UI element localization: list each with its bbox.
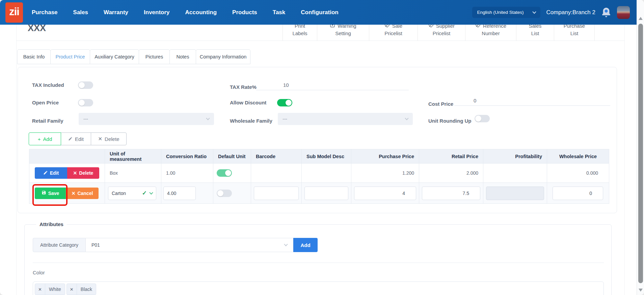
- row-edit-button[interactable]: Edit: [35, 167, 67, 179]
- scrollbar-thumb[interactable]: [638, 24, 643, 283]
- unit-select-value: Carton: [112, 191, 126, 196]
- tax-included-toggle[interactable]: [78, 81, 93, 89]
- purchase-list-line2: List: [570, 30, 578, 37]
- top-navigation: zii Purchase Sales Warranty Inventory Ac…: [0, 0, 637, 25]
- company-branch-label: Company:Branch 2: [546, 9, 595, 16]
- nav-item-warranty[interactable]: Warranty: [104, 9, 128, 16]
- row-save-button[interactable]: Save: [35, 188, 66, 199]
- row-cancel-label: Cancel: [77, 191, 93, 196]
- table-row-carton-editing: Save ✕ Cancel Carton ✓: [29, 183, 609, 204]
- sale-pricelist-line2: Pricelist: [384, 30, 402, 37]
- attribute-category-select[interactable]: P01: [86, 238, 293, 252]
- retail-price-input[interactable]: [422, 187, 480, 200]
- chevron-down-icon: [149, 191, 153, 194]
- nav-item-sales[interactable]: Sales: [73, 9, 88, 16]
- wholesale-price-input[interactable]: [553, 187, 603, 200]
- default-unit-toggle[interactable]: [217, 169, 232, 177]
- color-tag-white: ✕ White: [35, 284, 65, 295]
- color-group-label: Color: [33, 270, 45, 275]
- barcode-input[interactable]: [254, 187, 299, 200]
- delete-label: Delete: [105, 136, 119, 142]
- row-edit-label: Edit: [50, 170, 59, 176]
- default-unit-toggle[interactable]: [217, 190, 232, 197]
- nav-item-task[interactable]: Task: [273, 9, 286, 16]
- tab-product-price[interactable]: Product Price: [50, 49, 90, 64]
- tab-basic-info[interactable]: Basic Info: [17, 49, 51, 64]
- vertical-scrollbar[interactable]: [637, 0, 644, 295]
- cell-unit: Box: [105, 164, 161, 183]
- nav-item-purchase[interactable]: Purchase: [32, 9, 58, 16]
- tab-bar: Basic Info Product Price Auxiliary Categ…: [18, 49, 250, 64]
- row-cancel-button[interactable]: ✕ Cancel: [66, 188, 99, 199]
- tab-company-information[interactable]: Company Information: [196, 49, 250, 64]
- tag-label: White: [45, 284, 65, 295]
- purchase-price-input[interactable]: [354, 187, 416, 200]
- tax-included-label: TAX Included: [32, 82, 64, 88]
- attributes-legend: Attributes: [36, 221, 67, 227]
- cell-retail-price: 2.000: [419, 164, 483, 183]
- nav-item-products[interactable]: Products: [232, 9, 257, 16]
- close-icon: ✕: [73, 170, 77, 176]
- attributes-section: Attributes Attribute Category P01 Add Co…: [24, 224, 612, 295]
- wholesale-family-select[interactable]: ---: [278, 113, 413, 125]
- retail-family-label: Retail Family: [32, 118, 63, 124]
- sub-model-desc-input[interactable]: [304, 187, 348, 200]
- unit-toolbar: + Add Edit ✕ Delete: [29, 132, 127, 145]
- nav-item-accounting[interactable]: Accounting: [185, 9, 217, 16]
- add-unit-button[interactable]: + Add: [29, 132, 61, 145]
- language-selector[interactable]: English (United States): [472, 7, 540, 18]
- app-logo[interactable]: zii: [5, 2, 23, 23]
- column-wholesale-price-header: Wholesale Price: [547, 149, 609, 164]
- unit-rounding-up-label: Unit Rounding Up: [428, 118, 471, 124]
- tax-rate-input[interactable]: 10: [256, 81, 409, 90]
- column-retail-price-header: Retail Price: [419, 149, 483, 164]
- tab-auxiliary-category[interactable]: Auxiliary Category: [90, 49, 139, 64]
- nav-item-configuration[interactable]: Configuration: [301, 9, 338, 16]
- floppy-disk-icon: [42, 190, 46, 196]
- cell-conversion-ratio: 1.00: [161, 164, 213, 183]
- column-unit-header: Unit of measurement: [105, 149, 161, 164]
- notification-bell-icon[interactable]: [601, 6, 611, 19]
- pencil-icon: [43, 170, 48, 176]
- attribute-category-label: Attribute Category: [33, 238, 86, 252]
- warning-setting-line2: Setting: [335, 30, 351, 37]
- content-left-border: [16, 25, 17, 295]
- sales-list-line2: List: [531, 30, 539, 37]
- header-divider: [16, 41, 624, 41]
- unit-of-measurement-select[interactable]: Carton ✓: [108, 187, 156, 200]
- scroll-up-icon[interactable]: [639, 17, 643, 20]
- row-delete-button[interactable]: ✕ Delete: [67, 167, 99, 179]
- edit-unit-button[interactable]: Edit: [61, 132, 91, 145]
- row-delete-label: Delete: [79, 170, 93, 176]
- tag-label: Black: [77, 284, 96, 295]
- tax-rate-label: TAX Rate%: [230, 84, 257, 90]
- nav-right-section: English (United States) Company:Branch 2: [472, 6, 630, 19]
- remove-tag-icon[interactable]: ✕: [35, 284, 45, 295]
- delete-unit-button[interactable]: ✕ Delete: [91, 132, 127, 145]
- retail-family-select[interactable]: ---: [79, 113, 214, 125]
- edit-label: Edit: [75, 136, 84, 142]
- chevron-down-icon: [206, 116, 210, 120]
- remove-tag-icon[interactable]: ✕: [67, 284, 77, 295]
- conversion-ratio-input[interactable]: [163, 187, 196, 200]
- nav-item-inventory[interactable]: Inventory: [144, 9, 170, 16]
- user-avatar[interactable]: [617, 6, 630, 19]
- cell-wholesale-price: 0.000: [547, 164, 609, 183]
- plus-icon: +: [38, 136, 41, 142]
- product-price-panel: TAX Included TAX Rate% 10 Open Price All…: [18, 67, 617, 213]
- add-attribute-button[interactable]: Add: [293, 238, 318, 252]
- column-sub-model-desc-header: Sub Model Desc: [302, 149, 351, 164]
- cost-price-label: Cost Price: [428, 101, 453, 107]
- tab-pictures[interactable]: Pictures: [139, 49, 170, 64]
- cost-price-input[interactable]: 0: [454, 97, 610, 106]
- scroll-down-icon[interactable]: [639, 289, 643, 292]
- retail-family-value: ---: [83, 116, 88, 122]
- close-icon: ✕: [72, 191, 76, 196]
- table-row-box: Edit ✕ Delete Box 1.00 1.200 2.000 0.000: [29, 164, 609, 183]
- allow-discount-toggle[interactable]: [277, 99, 292, 106]
- units-table: Unit of measurement Conversion Ratio Def…: [29, 149, 609, 204]
- open-price-toggle[interactable]: [78, 99, 93, 106]
- unit-rounding-up-toggle[interactable]: [475, 115, 490, 122]
- wholesale-family-value: ---: [283, 116, 287, 122]
- tab-notes[interactable]: Notes: [169, 49, 196, 64]
